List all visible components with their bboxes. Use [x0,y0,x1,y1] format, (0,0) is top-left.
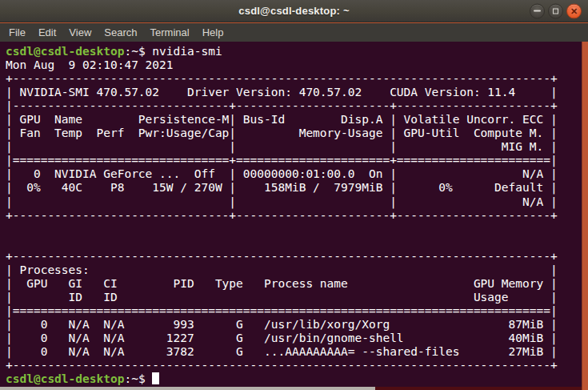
menu-view[interactable]: View [62,23,98,42]
desktop-bottom-gray-strip [0,387,375,390]
menu-bar: File Edit View Search Terminal Help [0,23,588,42]
prompt-user-host: csdl@csdl-desktop [6,45,124,58]
menu-help[interactable]: Help [196,23,230,42]
prompt-dollar: $ [138,45,152,58]
terminal-prompt-line: csdl@csdl-desktop:~$ [6,372,582,386]
title-bar[interactable]: csdl@csdl-desktop: ~ ✕ [0,0,588,22]
terminal-line: | GPU Name Persistence-M| Bus-Id Disp.A … [6,113,582,127]
terminal-line [6,236,582,250]
desktop-bottom-red-strip [375,387,582,390]
terminal-line: +---------------------------------------… [6,250,582,263]
terminal-line: | 0 N/A N/A 1227 G /usr/bin/gnome-shell … [6,332,582,345]
prompt-separator: : [124,372,131,385]
terminal-line: |=======================================… [6,304,582,318]
terminal-output[interactable]: csdl@csdl-desktop:~$ nvidia-smiMon Aug 9… [0,42,582,387]
menu-terminal[interactable]: Terminal [144,23,196,42]
menu-edit[interactable]: Edit [32,23,62,42]
maximize-icon [553,8,558,14]
prompt-path: ~ [131,372,138,385]
close-icon: ✕ [570,6,578,15]
terminal-line: +---------------------------------------… [6,72,582,86]
menu-file[interactable]: File [2,23,32,42]
terminal-prompt-line: csdl@csdl-desktop:~$ nvidia-smi [6,45,582,58]
screen: csdl@csdl-desktop: ~ ✕ File Edit View Se… [0,0,588,390]
terminal-line: | GPU GI CI PID Type Process name GPU Me… [6,277,582,291]
terminal-line: | 0 NVIDIA GeForce ... Off | 00000000:01… [6,167,582,181]
terminal-line: | NVIDIA-SMI 470.57.02 Driver Version: 4… [6,86,582,99]
menu-search[interactable]: Search [98,23,143,42]
prompt-command: nvidia-smi [152,45,222,58]
terminal-line: | ID ID Usage | [6,291,582,304]
terminal-line: | 0% 40C P8 15W / 270W | 158MiB / 7979Mi… [6,181,582,195]
terminal-line: +---------------------------------------… [6,359,582,372]
terminal-line: | Fan Temp Perf Pwr:Usage/Cap| Memory-Us… [6,127,582,140]
prompt-dollar: $ [138,372,152,385]
minimize-icon [534,10,541,12]
terminal-line: |-------------------------------+-------… [6,99,582,113]
desktop-right-strip [582,42,588,390]
window-controls: ✕ [530,3,582,18]
window-title: csdl@csdl-desktop: ~ [238,5,349,17]
terminal-line [6,223,582,236]
terminal-line: | Processes: | [6,263,582,277]
prompt-path: ~ [131,45,138,58]
prompt-separator: : [124,45,131,58]
terminal-line: | | | MIG M. | [6,140,582,154]
terminal-line: | 0 N/A N/A 3782 G ...AAAAAAAAA= --share… [6,345,582,359]
terminal-line: Mon Aug 9 02:10:47 2021 [6,58,582,72]
terminal-line: | 0 N/A N/A 993 G /usr/lib/xorg/Xorg 87M… [6,318,582,332]
minimize-button[interactable] [530,3,545,18]
maximize-button[interactable] [548,3,563,18]
prompt-user-host: csdl@csdl-desktop [6,372,124,385]
terminal-line: |===============================+=======… [6,154,582,167]
terminal-line: +-------------------------------+-------… [6,209,582,223]
close-button[interactable]: ✕ [566,3,582,18]
terminal-cursor [152,372,159,384]
terminal-line: | | | N/A | [6,195,582,209]
